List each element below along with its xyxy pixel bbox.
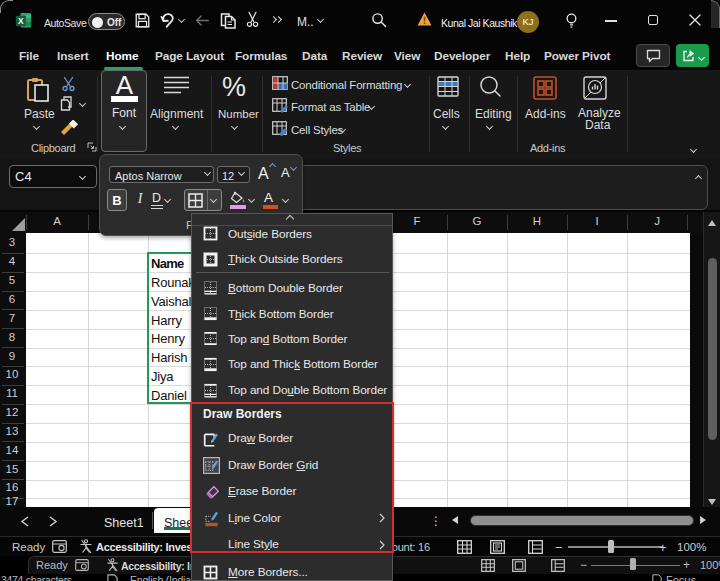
svg-text:X: X <box>18 16 24 26</box>
